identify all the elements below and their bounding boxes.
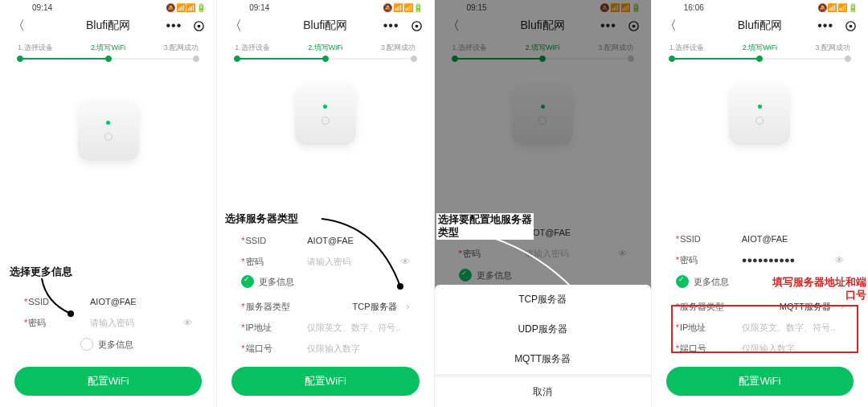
step-3: 3.配网成功 bbox=[164, 43, 199, 53]
password-label: *密码 bbox=[24, 317, 80, 329]
port-input[interactable]: 仅限输入数字 bbox=[307, 343, 409, 355]
sheet-option-mqtt[interactable]: MQTT服务器 bbox=[435, 344, 651, 374]
ssid-label: SSID bbox=[680, 234, 701, 244]
status-icons: 🔕 📶 📶 🔋 bbox=[383, 3, 422, 12]
annotation-address-port: 填写服务器地址和端口号 bbox=[772, 276, 866, 302]
checkbox-icon bbox=[676, 275, 689, 288]
step-2: 2.填写WiFi bbox=[308, 43, 343, 53]
step-progress bbox=[19, 58, 197, 60]
status-icons: 🔕 📶 📶 🔋 bbox=[166, 3, 205, 12]
sheet-option-tcp[interactable]: TCP服务器 bbox=[435, 285, 651, 314]
status-bar: 09:14 🔕 📶 📶 🔋 bbox=[0, 0, 216, 12]
sheet-option-udp[interactable]: UDP服务器 bbox=[435, 314, 651, 344]
sheet-cancel[interactable]: 取消 bbox=[435, 377, 651, 407]
status-bar: 09:14 🔕 📶 📶 🔋 bbox=[217, 0, 433, 12]
checkbox-icon bbox=[80, 338, 93, 351]
device-illustration bbox=[78, 100, 139, 161]
annotation-server-type: 选择服务器类型 bbox=[225, 212, 298, 225]
more-info-label: 更多信息 bbox=[98, 339, 133, 351]
port-label: 端口号 bbox=[246, 343, 272, 353]
config-wifi-button[interactable]: 配置WiFi bbox=[231, 367, 419, 396]
ssid-value[interactable]: AIOT@FAE bbox=[90, 297, 192, 306]
step-3: 3.配网成功 bbox=[381, 43, 416, 53]
password-row: *密码 请输入密码 👁 bbox=[24, 312, 192, 333]
eye-icon[interactable]: 👁 bbox=[401, 257, 410, 266]
ssid-label: *SSID bbox=[24, 297, 80, 306]
page-title: Blufi配网 bbox=[0, 18, 216, 33]
password-input[interactable]: 请输入密码 bbox=[307, 256, 391, 268]
more-info-label: 更多信息 bbox=[694, 276, 729, 288]
ssid-value[interactable]: AIOT@FAE bbox=[307, 236, 409, 245]
ssid-value[interactable]: AIOT@FAE bbox=[742, 234, 844, 244]
page-title: Blufi配网 bbox=[217, 18, 433, 33]
status-icons: 🔕 📶 📶 🔋 bbox=[817, 3, 857, 12]
step-1: 1.选择设备 bbox=[235, 43, 270, 53]
server-type-sheet: TCP服务器 UDP服务器 MQTT服务器 取消 bbox=[435, 285, 651, 407]
ssid-label: SSID bbox=[246, 236, 267, 245]
password-input[interactable]: ●●●●●●●●●● bbox=[742, 255, 825, 265]
phone-4: 16:06 🔕 📶 📶 🔋 〈 Blufi配网 ••• 1.选择设备 2.填写W… bbox=[652, 0, 868, 407]
annotation-sheet: 选择要配置地服务器类型 bbox=[436, 213, 534, 240]
status-time: 09:14 bbox=[249, 3, 269, 12]
chevron-right-icon: › bbox=[407, 301, 410, 312]
wifi-form: *SSID AIOT@FAE *密码 请输入密码 👁 更多信息 bbox=[0, 291, 216, 359]
topnav: 〈 Blufi配网 ••• bbox=[652, 12, 868, 36]
status-time: 09:14 bbox=[32, 3, 52, 12]
more-info-toggle[interactable]: 更多信息 bbox=[24, 333, 192, 359]
step-indicator: 1.选择设备 2.填写WiFi 3.配网成功 bbox=[0, 36, 216, 55]
step-indicator: 1.选择设备 2.填写WiFi 3.配网成功 bbox=[652, 36, 868, 55]
password-input[interactable]: 请输入密码 bbox=[90, 317, 174, 329]
highlight-box bbox=[671, 305, 858, 353]
annotation-more-info: 选择更多信息 bbox=[10, 265, 72, 278]
server-type-value: TCP服务器 bbox=[307, 301, 396, 313]
more-info-label: 更多信息 bbox=[259, 276, 294, 288]
wifi-form-expanded: *SSID AIOT@FAE *密码 请输入密码 👁 更多信息 *服务器类型 T… bbox=[217, 230, 433, 359]
checkbox-icon bbox=[241, 275, 254, 288]
config-wifi-button[interactable]: 配置WiFi bbox=[666, 367, 854, 396]
step-2: 2.填写WiFi bbox=[91, 43, 126, 53]
password-label: 密码 bbox=[246, 257, 264, 266]
topnav: 〈 Blufi配网 ••• bbox=[217, 12, 433, 36]
step-progress bbox=[236, 58, 414, 60]
ssid-row: *SSID AIOT@FAE bbox=[24, 291, 192, 312]
server-type-row[interactable]: *服务器类型 TCP服务器 › bbox=[241, 296, 409, 317]
phone-3: 09:15 🔕 📶 📶 🔋 〈 Blufi配网 ••• 1.选择设备 2.填写W… bbox=[435, 0, 652, 407]
topnav: 〈 Blufi配网 ••• bbox=[0, 12, 216, 36]
more-info-toggle[interactable]: 更多信息 bbox=[241, 272, 409, 296]
step-1: 1.选择设备 bbox=[18, 43, 53, 53]
page-title: Blufi配网 bbox=[652, 18, 868, 33]
phone-2: 09:14 🔕 📶 📶 🔋 〈 Blufi配网 ••• 1.选择设备 2.填写W… bbox=[217, 0, 434, 407]
device-illustration bbox=[295, 84, 356, 145]
status-bar: 16:06 🔕 📶 📶 🔋 bbox=[652, 0, 868, 12]
ip-label: IP地址 bbox=[246, 323, 272, 332]
eye-icon[interactable]: 👁 bbox=[835, 255, 844, 265]
step-indicator: 1.选择设备 2.填写WiFi 3.配网成功 bbox=[217, 36, 433, 55]
password-label: 密码 bbox=[680, 255, 698, 265]
device-illustration bbox=[729, 84, 790, 145]
eye-icon[interactable]: 👁 bbox=[183, 318, 192, 327]
phone-1: 09:14 🔕 📶 📶 🔋 〈 Blufi配网 ••• 1.选择设备 2.填写W… bbox=[0, 0, 217, 407]
status-time: 16:06 bbox=[684, 3, 704, 12]
config-wifi-button[interactable]: 配置WiFi bbox=[14, 367, 202, 396]
ip-input[interactable]: 仅限英文、数字、符号.. bbox=[307, 322, 409, 334]
